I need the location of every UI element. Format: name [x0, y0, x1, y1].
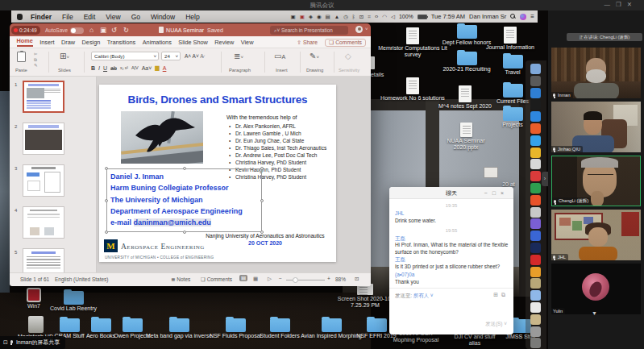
dock-icon-19[interactable]	[530, 290, 541, 301]
status-comments-button[interactable]: ❏ Comments	[201, 276, 232, 283]
slide-canvas[interactable]: Birds, Drones and Smart Structures With …	[99, 85, 336, 262]
menu-view[interactable]: View	[106, 13, 120, 21]
desktop-icon-dji[interactable]: DJI CV and stuff alias	[448, 334, 501, 346]
wifi-icon[interactable]: ◠	[382, 14, 387, 20]
status-icon-4[interactable]: ▤	[326, 14, 330, 20]
apple-icon[interactable]	[17, 14, 23, 20]
send-button[interactable]: 发送(S) ˅	[485, 321, 507, 328]
autosave-toggle[interactable]	[70, 27, 84, 34]
send-to-selector[interactable]: 发送至: 所有人 ˅	[395, 293, 433, 300]
zoom-percent[interactable]: 88%	[335, 276, 346, 282]
thumbnail-3[interactable]	[23, 164, 64, 197]
zoom-out-icon[interactable]: −	[279, 276, 282, 281]
menu-edit[interactable]: Edit	[84, 13, 96, 21]
more-participants-icon[interactable]: ▼	[592, 310, 597, 316]
dock-icon-10[interactable]	[530, 183, 541, 193]
tab-view[interactable]: View	[241, 39, 254, 46]
dock-icon-1[interactable]	[530, 76, 541, 86]
status-icon-1[interactable]: ▣	[291, 14, 296, 20]
notification-center-icon[interactable]: ≡	[530, 13, 534, 20]
participant-video-jhl[interactable]: JHL	[551, 210, 641, 260]
zoom-knob[interactable]	[293, 277, 298, 283]
share-button[interactable]: ⇧Share	[297, 39, 318, 46]
desktop-icon-screenshot2[interactable]	[484, 167, 498, 178]
menu-help[interactable]: Help	[185, 13, 199, 21]
comments-button[interactable]: ❏Comments	[325, 39, 366, 47]
menu-app-name[interactable]: Finder	[31, 13, 52, 21]
dock-icon-6[interactable]	[530, 135, 541, 146]
save-icon[interactable]: ▣	[100, 26, 106, 34]
parallels-icon[interactable]: ▲	[334, 14, 339, 19]
shield-icon[interactable]: ◈	[309, 14, 313, 20]
font-name-select[interactable]: Calibri (Body)˅	[91, 52, 159, 60]
account-avatar[interactable]	[355, 26, 363, 33]
font-size-icons[interactable]: A˄ A˅ A̷	[185, 53, 204, 59]
tab-home[interactable]: Home	[17, 37, 33, 47]
dock-icon-14[interactable]	[530, 231, 541, 241]
dock-icon-4[interactable]	[530, 111, 541, 122]
sensitivity-icon[interactable]: ◇	[345, 52, 351, 60]
tab-design[interactable]: Design	[82, 39, 101, 46]
dock-icon-15[interactable]	[530, 243, 541, 253]
window-controls[interactable]: —❐✕	[604, 1, 638, 8]
drawing-icon[interactable]: ✎˅	[310, 52, 319, 60]
dock-icon-16[interactable]	[530, 255, 541, 265]
thumbnail-1[interactable]	[23, 81, 64, 113]
desktop-icon-memristor[interactable]: Memristor Computations Lit survey	[376, 27, 450, 57]
grid-view-icon[interactable]: ▦	[253, 276, 258, 282]
participant-video-chengli[interactable]: ChengLi (谢辉)	[551, 156, 641, 206]
font-size-select[interactable]: 24˅	[161, 52, 181, 60]
spotlight-icon[interactable]	[510, 14, 516, 19]
menu-file[interactable]: File	[62, 13, 73, 21]
tab-slideshow[interactable]: Slide Show	[178, 39, 208, 46]
chevron-down-icon[interactable]: ˅	[365, 27, 368, 31]
dock-icon-21[interactable]	[530, 314, 541, 325]
chat-image-icon[interactable]: ⊞	[493, 292, 501, 297]
dock-icon-8[interactable]	[530, 159, 541, 169]
notes-button[interactable]: ≣ Notes	[171, 276, 190, 283]
dock-icon-13[interactable]	[530, 218, 541, 229]
display-icon[interactable]: ⊡	[359, 14, 364, 20]
dock-icon-3[interactable]	[530, 99, 541, 110]
fullscreen-icon[interactable]: ⊡	[355, 276, 359, 282]
zoom-in-icon[interactable]: +	[327, 276, 330, 281]
desktop-icon-screenshot1[interactable]: Screen Shot 2020-10- 7.25.29 PM	[334, 284, 397, 308]
dock-icon-12[interactable]	[530, 207, 541, 218]
drawing-label[interactable]: Drawing	[306, 68, 323, 73]
desktop-icon-covid[interactable]: Covid Lab Reentry	[47, 291, 100, 312]
code-icon[interactable]: ‹›	[375, 14, 378, 19]
chat-window-controls[interactable]: −□×	[484, 187, 509, 199]
insert-icon[interactable]: ▭A	[274, 52, 285, 60]
participant-video-jinhao[interactable]: Jinhao QIU	[551, 102, 641, 152]
bluetooth-icon[interactable]: ᛒ	[352, 14, 355, 19]
slideshow-view-icon[interactable]: ▷	[268, 276, 272, 282]
dock-icon-9[interactable]	[530, 171, 541, 181]
dock-icon-18[interactable]	[530, 278, 541, 289]
menubar-clock[interactable]: Tue 7:59 AM	[431, 13, 465, 20]
chat-expand-icon[interactable]: ⧉	[501, 292, 509, 297]
paste-label[interactable]: Paste	[15, 68, 27, 73]
language-status[interactable]: English (United States)	[55, 276, 108, 282]
chat-input-area[interactable]: 发送至: 所有人 ˅ ⊞⧉ 发送(S) ˅	[389, 288, 513, 334]
insert-label[interactable]: Insert	[276, 68, 288, 73]
desktop-icon-m4notes[interactable]: M^4 notes Sept 2020	[438, 85, 492, 110]
clock-icon[interactable]: ◷	[343, 14, 348, 20]
dock-icon-2[interactable]	[530, 88, 541, 98]
clipboard-small-icons[interactable]: ✂⧉✎	[34, 52, 38, 69]
slide-thumbnail-panel[interactable]: 1 2 3 4 5 6	[10, 77, 97, 272]
tab-review[interactable]: Review	[214, 39, 234, 46]
tab-transitions[interactable]: Transitions	[107, 39, 135, 46]
participant-video-inman[interactable]: Inman	[551, 48, 641, 98]
desktop-icon-win7[interactable]: Win7	[19, 288, 48, 310]
dock[interactable]	[526, 60, 546, 349]
normal-view-icon[interactable]: ▤	[239, 275, 247, 281]
dock-icon-5[interactable]	[530, 123, 541, 134]
tab-animations[interactable]: Animations	[143, 39, 172, 46]
thumbnail-5[interactable]	[23, 248, 64, 272]
menu-window[interactable]: Window	[151, 13, 175, 21]
dock-icon-23[interactable]	[530, 338, 541, 348]
font-format-row[interactable]: BIUabx₂ x²A|VAa˅▆A	[91, 64, 166, 71]
siri-icon[interactable]	[520, 14, 526, 20]
dock-icon-7[interactable]	[530, 147, 541, 158]
dock-icon-0[interactable]	[530, 64, 541, 74]
